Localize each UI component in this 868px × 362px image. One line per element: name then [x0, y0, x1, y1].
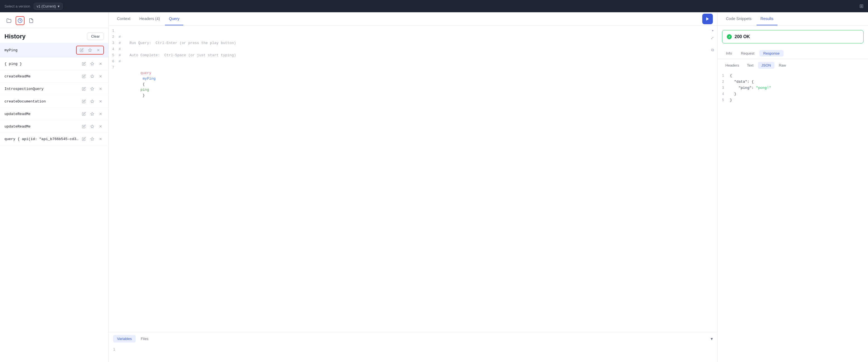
delete-icon[interactable]	[97, 86, 104, 92]
star-icon[interactable]	[89, 73, 96, 79]
delete-icon[interactable]	[97, 73, 104, 79]
json-line-1: 1 {	[722, 73, 864, 79]
format-json[interactable]: JSON	[758, 62, 774, 69]
grid-icon[interactable]: ⊞	[859, 3, 864, 9]
history-item-label: createDocumentation	[4, 99, 81, 104]
json-content: "data": {	[730, 79, 754, 85]
json-line-num: 5	[722, 97, 730, 103]
tab-code-snippets[interactable]: Code Snippets	[722, 12, 755, 25]
tab-variables[interactable]: Variables	[113, 335, 136, 342]
bottom-tab-bar: Variables Files ▾	[108, 332, 717, 345]
var-line-num: 1	[113, 348, 121, 352]
center-tabs: Context Headers (4) Query	[113, 12, 183, 25]
edit-icon[interactable]	[81, 73, 87, 79]
right-tab-bar: Code Snippets Results	[718, 12, 868, 26]
line-number: 7	[108, 65, 119, 70]
run-button[interactable]	[702, 14, 713, 24]
line-content: #	[119, 46, 121, 52]
history-item-updatereadme1[interactable]: updateReadMe	[0, 108, 108, 120]
line-number: 4	[108, 46, 119, 52]
subtab-response[interactable]: Response	[760, 50, 784, 57]
format-raw[interactable]: Raw	[776, 62, 789, 69]
version-dropdown[interactable]: v1 (Current) ▾	[34, 3, 63, 10]
history-item-ping[interactable]: { ping }	[0, 58, 108, 70]
tab-files[interactable]: Files	[137, 335, 152, 342]
edit-icon[interactable]	[81, 98, 87, 105]
delete-icon[interactable]	[97, 136, 104, 142]
history-item-label: updateReadMe	[4, 112, 81, 116]
history-item-updatereadme2[interactable]: updateReadMe	[0, 120, 108, 133]
bottom-tabs-group: Variables Files	[113, 335, 152, 342]
save-icon-btn[interactable]	[27, 16, 36, 25]
copy-icon[interactable]: ⧉	[711, 48, 714, 52]
svg-marker-16	[91, 112, 94, 115]
history-item-myping[interactable]: myPing	[0, 43, 108, 58]
clear-button[interactable]: Clear	[87, 33, 104, 40]
line-content: # Run Query: Ctrl-Enter (or press the pl…	[119, 40, 236, 46]
code-line-6: 6 #	[108, 59, 717, 65]
star-icon[interactable]	[89, 86, 96, 92]
history-icon-btn[interactable]	[16, 16, 25, 25]
history-title: History	[4, 33, 26, 40]
history-item-introspection[interactable]: IntrospectionQuery	[0, 83, 108, 95]
history-item-actions	[81, 110, 104, 117]
tab-headers[interactable]: Headers (4)	[135, 12, 164, 25]
history-item-createdoc[interactable]: createDocumentation	[0, 95, 108, 108]
tab-context[interactable]: Context	[113, 12, 134, 25]
json-content: }	[730, 97, 732, 103]
delete-icon[interactable]	[97, 110, 104, 117]
status-text: 200 OK	[735, 34, 750, 39]
history-item-actions	[81, 98, 104, 105]
delete-icon[interactable]	[97, 123, 104, 130]
line-actions-2: ⧉	[711, 48, 714, 52]
edit-icon[interactable]	[81, 136, 87, 142]
code-editor[interactable]: ✦ 1 2 # 3 # Run Query: Ctrl-Enter (or pr…	[108, 26, 717, 332]
history-item-createreadme[interactable]: createReadMe	[0, 70, 108, 83]
json-content: {	[730, 73, 732, 79]
svg-marker-10	[91, 87, 94, 90]
delete-icon[interactable]	[97, 60, 104, 67]
star-icon[interactable]	[89, 60, 96, 67]
json-output: 1 { 2 "data": { 3 "ping": "pong!" 4 } 5 …	[718, 72, 868, 104]
history-item-actions	[81, 73, 104, 79]
line-content: #	[119, 34, 121, 40]
format-headers[interactable]: Headers	[722, 62, 742, 69]
delete-icon[interactable]	[95, 47, 102, 54]
response-sub-tabs: Info Request Response	[718, 48, 868, 59]
json-string-value: "pong!"	[756, 86, 771, 90]
edit-icon[interactable]	[81, 123, 87, 130]
line-number: 5	[108, 53, 119, 58]
json-line-2: 2 "data": {	[722, 79, 864, 85]
expand-code-icon[interactable]: ⤢	[711, 36, 714, 40]
star-icon[interactable]	[89, 136, 96, 142]
star-icon[interactable]	[87, 47, 93, 54]
star-icon[interactable]	[89, 123, 96, 130]
keyword-query: query	[141, 71, 151, 75]
brace-close: }	[141, 93, 145, 97]
code-line-4: 4 #	[108, 46, 717, 52]
chevron-down-icon[interactable]: ▾	[711, 336, 713, 341]
tab-results[interactable]: Results	[756, 12, 777, 25]
svg-marker-13	[91, 100, 94, 103]
variables-content[interactable]: 1	[108, 345, 717, 362]
edit-icon[interactable]	[81, 86, 87, 92]
json-line-num: 1	[722, 73, 730, 79]
line-number: 1	[108, 28, 119, 34]
tab-query[interactable]: Query	[165, 12, 183, 25]
edit-icon[interactable]	[78, 47, 85, 54]
history-list: myPing { ping }	[0, 43, 108, 362]
json-line-4: 4 }	[722, 91, 864, 97]
topbar-left: Select a version v1 (Current) ▾	[4, 3, 63, 10]
format-text[interactable]: Text	[743, 62, 757, 69]
ai-sparkle-icon[interactable]: ✦	[711, 28, 714, 33]
edit-icon[interactable]	[81, 60, 87, 67]
edit-icon[interactable]	[81, 110, 87, 117]
status-box: 200 OK	[722, 30, 864, 43]
history-item-query-api[interactable]: query { api(id: "api_b766b545-cd34...	[0, 133, 108, 145]
star-icon[interactable]	[89, 110, 96, 117]
subtab-request[interactable]: Request	[737, 50, 758, 57]
folder-icon-btn[interactable]	[4, 16, 13, 25]
subtab-info[interactable]: Info	[722, 50, 736, 57]
star-icon[interactable]	[89, 98, 96, 105]
delete-icon[interactable]	[97, 98, 104, 105]
